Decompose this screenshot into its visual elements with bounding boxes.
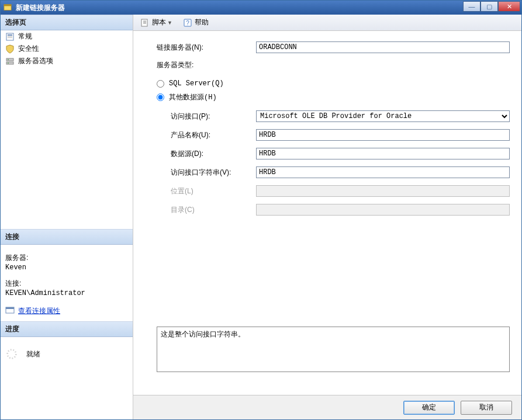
providerstring-input[interactable] (256, 166, 510, 178)
page-icon (5, 32, 15, 41)
script-icon (140, 18, 150, 27)
maximize-button[interactable]: ▢ (480, 1, 498, 12)
app-icon (3, 3, 12, 12)
close-button[interactable]: ✕ (498, 1, 520, 12)
dialog-window: 新建链接服务器 — ▢ ✕ 选择页 常规 安全性 (0, 0, 522, 420)
product-input[interactable] (256, 129, 510, 141)
sidebar-item-label: 服务器选项 (18, 56, 53, 66)
catalog-label: 目录(C) (157, 205, 256, 215)
connection-header: 连接 (1, 229, 133, 245)
pages-header: 选择页 (1, 15, 133, 30)
datasource-input[interactable] (256, 148, 510, 159)
ok-button[interactable]: 确定 (403, 401, 455, 415)
radio-sqlserver-label: SQL Server(Q) (169, 79, 224, 88)
script-button[interactable]: 脚本 ▼ (138, 16, 178, 29)
sidebar-item-security[interactable]: 安全性 (1, 43, 133, 55)
window-title: 新建链接服务器 (16, 3, 65, 13)
main-panel: 脚本 ▼ ? 帮助 链接服务器(N): 服务器类型: (133, 15, 521, 419)
view-connection-link[interactable]: 查看连接属性 (18, 306, 60, 316)
sidebar-item-label: 安全性 (18, 44, 39, 54)
properties-icon (5, 306, 15, 317)
connection-section: 服务器: Keven 连接: KEVEN\Administrator 查看连接属… (1, 245, 133, 321)
provider-label: 访问接口(P): (157, 112, 256, 122)
help-label: 帮助 (195, 18, 209, 27)
catalog-input (256, 204, 510, 216)
toolbar: 脚本 ▼ ? 帮助 (133, 15, 521, 31)
server-type-label: 服务器类型: (157, 60, 510, 70)
spinner-icon (5, 348, 18, 360)
svg-rect-5 (8, 37, 12, 38)
linked-server-input[interactable] (256, 41, 510, 53)
radio-sqlserver[interactable] (157, 80, 164, 88)
cancel-button[interactable]: 取消 (461, 401, 512, 415)
server-label: 服务器: (5, 253, 128, 263)
page-list: 常规 安全性 服务器选项 (1, 30, 133, 229)
provider-select[interactable]: Microsoft OLE DB Provider for Oracle (256, 110, 510, 122)
server-value: Keven (5, 263, 128, 272)
svg-rect-4 (8, 36, 12, 37)
svg-rect-13 (141, 19, 147, 26)
svg-rect-11 (6, 307, 14, 309)
sidebar: 选择页 常规 安全性 服务 (1, 15, 133, 419)
radio-other-label: 其他数据源(H) (169, 92, 217, 102)
hint-box: 这是整个访问接口字符串。 (157, 327, 510, 372)
svg-point-12 (8, 350, 16, 359)
progress-row: 就绪 (5, 348, 128, 360)
svg-rect-6 (6, 58, 13, 61)
script-label: 脚本 (152, 18, 166, 27)
server-icon (5, 57, 15, 66)
linked-server-label: 链接服务器(N): (157, 43, 256, 53)
sidebar-item-serveroptions[interactable]: 服务器选项 (1, 55, 133, 67)
progress-status: 就绪 (26, 349, 40, 359)
providerstring-label: 访问接口字符串(V): (157, 168, 256, 178)
shield-icon (5, 44, 15, 54)
radio-other-datasource[interactable] (157, 93, 164, 101)
conn-value: KEVEN\Administrator (5, 289, 128, 297)
datasource-label: 数据源(D): (157, 149, 256, 159)
sidebar-item-general[interactable]: 常规 (1, 30, 133, 43)
location-label: 位置(L) (157, 186, 256, 196)
form-area: 链接服务器(N): 服务器类型: SQL Server(Q) 其他数据源(H) (133, 31, 521, 395)
sidebar-item-label: 常规 (18, 32, 32, 41)
progress-section: 就绪 (1, 337, 133, 419)
window-controls: — ▢ ✕ (463, 1, 520, 12)
svg-rect-1 (4, 5, 11, 6)
progress-header: 进度 (1, 321, 133, 337)
svg-rect-7 (6, 62, 13, 64)
titlebar: 新建链接服务器 — ▢ ✕ (1, 1, 521, 15)
conn-label: 连接: (5, 279, 128, 289)
svg-point-8 (8, 59, 9, 60)
location-input (256, 185, 510, 197)
server-type-radio-group: SQL Server(Q) 其他数据源(H) (157, 79, 510, 102)
minimize-button[interactable]: — (463, 1, 480, 12)
footer: 确定 取消 (133, 395, 521, 419)
svg-rect-3 (8, 34, 12, 36)
help-button[interactable]: ? 帮助 (181, 16, 211, 29)
product-label: 产品名称(U): (157, 130, 256, 140)
body-area: 选择页 常规 安全性 服务 (1, 15, 521, 419)
svg-point-9 (8, 63, 9, 64)
chevron-down-icon: ▼ (167, 20, 172, 26)
help-icon: ? (183, 18, 192, 27)
svg-text:?: ? (186, 20, 189, 26)
view-connection-row: 查看连接属性 (5, 306, 128, 317)
